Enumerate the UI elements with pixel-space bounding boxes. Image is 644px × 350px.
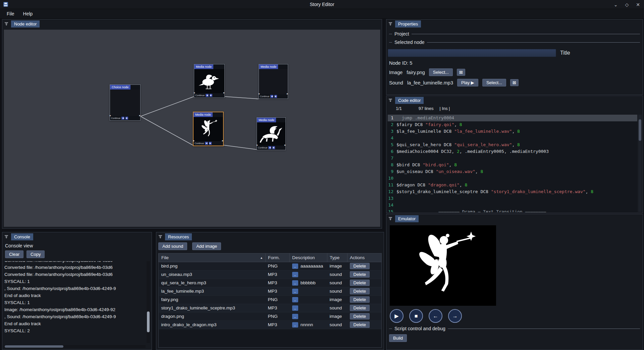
close-button[interactable]: ✕ [636,2,640,7]
delete-button[interactable]: Delete [350,263,370,269]
node-next-button[interactable]: ▶ [274,95,277,98]
code-line[interactable]: 1 jump .mediaEntry0004 [388,115,637,121]
graph-node-fairy[interactable]: Media nodeContinue◀▶▸▸ [193,112,224,146]
play-button[interactable]: ▶ [390,309,404,323]
edit-description-button[interactable]: .. [292,272,298,277]
edit-description-button[interactable]: .. [292,314,298,319]
delete-button[interactable]: Delete [350,322,370,328]
minimize-button[interactable]: ⌄ [614,2,618,7]
code-line[interactable]: 7 [388,155,637,162]
code-area[interactable]: 1 jump .mediaEntry00042$fairy DC8 "fairy… [388,115,637,212]
column-header-description[interactable]: Description [290,253,327,262]
output-port[interactable]: ▸ [287,93,288,95]
code-line[interactable]: 2$fairy DC8 "fairy.qoi", 8 [388,121,637,128]
table-row[interactable]: story1_drako_luminelle_sceptre.mp3MP3..s… [159,304,382,312]
edit-description-button[interactable]: .. [292,264,298,269]
node-editor-tab[interactable]: Node editor [11,20,40,27]
node-prev-button[interactable]: ◀ [268,146,271,149]
delete-button[interactable]: Delete [350,288,370,294]
table-row[interactable]: fairy.pngPNG..imageDelete [159,295,382,304]
node-prev-button[interactable]: ◀ [205,142,208,145]
console-tab[interactable]: Console [11,233,33,240]
clear-sound-button[interactable]: ⊠ [510,79,519,86]
code-line[interactable]: 4 [388,135,637,141]
edit-description-button[interactable]: .. [292,297,298,302]
menu-help[interactable]: Help [19,10,37,18]
output-port[interactable]: ▸ [284,144,286,147]
clear-image-button[interactable]: ⊠ [457,69,465,76]
node-prev-button[interactable]: ◀ [270,95,273,98]
node-next-button[interactable]: ▶ [210,94,213,97]
code-line[interactable]: 14 [388,202,637,209]
collapse-panel-icon[interactable] [158,234,163,239]
graph-node-bird[interactable]: Media nodeContinue◀▶▸▸ [194,64,225,98]
build-button[interactable]: Build [389,334,407,342]
input-port[interactable]: ▸ [110,114,111,117]
graph-node-dragon[interactable]: Media nodeContinue◀▶▸▸ [257,117,286,150]
collapse-panel-icon[interactable] [4,234,9,239]
node-prev-button[interactable]: ◀ [206,94,209,97]
maximize-button[interactable]: ◇ [625,2,629,7]
output-port[interactable]: ▸ [223,92,225,94]
graph-node-end[interactable]: Media nodeContinue◀▶▸▸ [259,64,288,99]
table-row[interactable]: un_oiseau.mp3MP3..soundDelete [159,270,382,279]
output-port[interactable]: ▸ [139,114,141,117]
column-header-actions[interactable]: Actions [347,253,382,262]
console-vscroll-thumb[interactable] [147,311,150,332]
clear-button[interactable]: Clear [5,250,23,258]
node-next-button[interactable]: ▶ [209,142,212,145]
delete-button[interactable]: Delete [350,296,370,303]
collapse-panel-icon[interactable] [388,21,393,26]
column-header-type[interactable]: Type [327,253,347,262]
code-scrollbar-thumb[interactable] [639,119,641,141]
code-line[interactable]: 6$mediaChoice0004 DC32, 2, .mediaEntry00… [388,148,637,155]
column-header-file[interactable]: File▲ [159,253,266,262]
title-input[interactable] [388,49,556,57]
add-sound-button[interactable]: Add sound [158,242,187,250]
code-line[interactable]: 8$bird DC8 "bird.qoi", 8 [388,162,637,168]
table-row[interactable]: dragon.pngPNG..imageDelete [159,312,382,320]
input-port[interactable]: ▸ [193,139,195,142]
edit-description-button[interactable]: .. [292,289,298,294]
menu-file[interactable]: File [3,10,18,18]
graph-node-choice[interactable]: Choice nodeContinue◀▶▸▸ [110,84,141,121]
input-port[interactable]: ▸ [259,93,260,95]
code-line[interactable]: 12$story1_drako_luminelle_sceptre DC8 "s… [388,188,637,195]
code-line[interactable]: 10 [388,175,637,182]
copy-button[interactable]: Copy [26,250,45,258]
edit-description-button[interactable]: .. [292,280,298,286]
code-line[interactable]: 5$qui_sera_le_hero DC8 "qui_sera_le_hero… [388,141,637,148]
code-line[interactable]: 3$la_fee_luminelle DC8 "la_fee_luminelle… [388,128,637,135]
table-row[interactable]: la_fee_luminelle.mp3MP3..soundDelete [159,287,382,295]
console-vertical-scrollbar[interactable] [147,261,150,343]
code-editor-tab[interactable]: Code editor [395,97,424,104]
input-port[interactable]: ▸ [194,92,195,94]
node-prev-button[interactable]: ◀ [121,117,124,120]
input-port[interactable]: ▸ [257,144,258,147]
code-scrollbar[interactable] [638,115,642,212]
delete-button[interactable]: Delete [350,280,370,286]
select-sound-button[interactable]: Select... [482,79,506,86]
table-row[interactable]: bird.pngPNG..aaaaaaaaaimageDelete [159,262,382,270]
table-row[interactable]: intro_drako_le_dragon.mp3MP3..nnnnnsound… [159,320,382,329]
delete-button[interactable]: Delete [350,271,370,278]
node-next-button[interactable]: ▶ [272,146,275,149]
code-line[interactable]: 9$un_oiseau DC8 "un_oiseau.wav", 8 [388,168,637,175]
code-line[interactable]: 13 [388,195,637,202]
console-hscroll-thumb[interactable] [5,345,63,348]
delete-button[interactable]: Delete [350,313,370,319]
console-horizontal-scrollbar[interactable] [4,345,146,348]
play-sound-button[interactable]: Play ▶ [457,79,478,86]
properties-tab[interactable]: Properties [395,20,421,27]
code-line[interactable]: 15 ———————— Drama — Text Transition ————… [388,209,637,212]
add-image-button[interactable]: Add image [192,242,221,250]
collapse-panel-icon[interactable] [4,21,9,26]
node-next-button[interactable]: ▶ [125,117,128,120]
node-canvas[interactable]: Choice nodeContinue◀▶▸▸Media nodeContinu… [4,30,380,227]
emulator-tab[interactable]: Emulator [395,215,419,222]
edit-description-button[interactable]: .. [292,322,298,328]
collapse-panel-icon[interactable] [388,98,393,103]
step-back-button[interactable]: ← [429,309,442,323]
console-log[interactable]: Converted file: /home/anthony/ostproj/ba… [4,261,145,344]
select-image-button[interactable]: Select... [429,68,453,76]
